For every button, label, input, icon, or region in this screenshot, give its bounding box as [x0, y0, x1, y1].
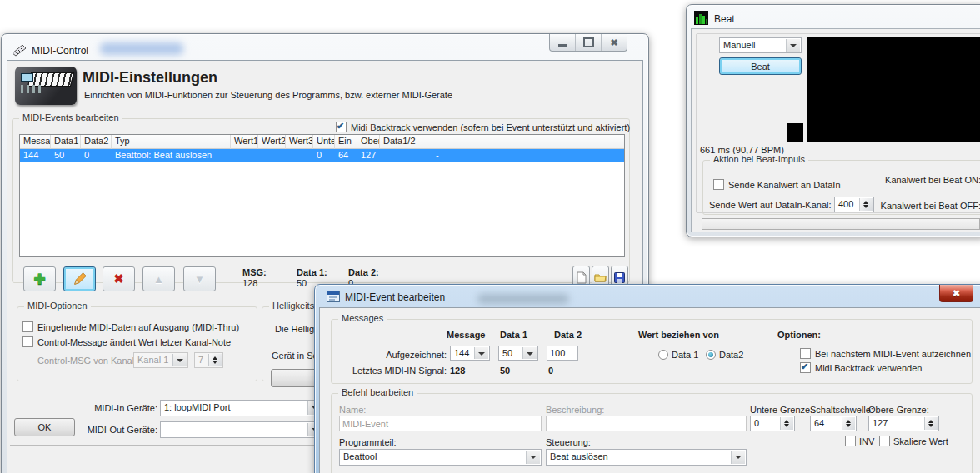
column-header[interactable]: Oben: [358, 135, 380, 149]
lower-limit-label: Untere Grenze:: [750, 405, 812, 415]
ok-button[interactable]: OK: [14, 418, 75, 436]
move-up-button[interactable]: ▲: [142, 266, 175, 291]
recorded-data2-input[interactable]: [547, 346, 578, 361]
dropdown-arrow-icon[interactable]: [731, 451, 745, 464]
radio-data2-label: Data2: [719, 350, 743, 360]
redacted-smudge: [478, 294, 569, 304]
dialog-close-button[interactable]: ✖: [939, 285, 973, 302]
dropdown-arrow-icon[interactable]: [474, 347, 488, 359]
lower-limit-value: 0: [754, 418, 759, 428]
beat-button-label: Beat: [751, 62, 770, 72]
column-header[interactable]: [432, 135, 624, 149]
recorded-message-select[interactable]: 144: [450, 346, 490, 361]
dialog-icon: [327, 291, 340, 302]
data2-label: Data 2:: [348, 267, 379, 277]
threshold-stepper[interactable]: 64: [810, 416, 857, 431]
radio-data2[interactable]: [706, 350, 716, 360]
header-optionen: Optionen:: [778, 330, 821, 340]
minimize-icon: [558, 44, 567, 47]
cell-unten: 0: [313, 149, 335, 162]
add-event-button[interactable]: ✚: [23, 266, 56, 291]
beat-progress-bar: [702, 218, 980, 230]
spin-buttons-icon[interactable]: [208, 354, 222, 366]
beat-client: Manuell Beat 661 ms (90,77 BPM) Aktion b…: [691, 28, 980, 232]
midi-in-select[interactable]: 1: loopMIDI Port: [160, 400, 323, 416]
arrow-down-icon: ▼: [194, 273, 205, 286]
inv-checkbox[interactable]: [845, 436, 856, 446]
brightness-text-line2: Gerät in Sel: [272, 351, 320, 361]
control-select[interactable]: Beat auslösen: [546, 449, 747, 466]
radio-data1[interactable]: [658, 350, 668, 360]
record-next-event-checkbox[interactable]: [800, 348, 811, 359]
command-group: Befehl bearbeiten Name: Beschreibung: Un…: [331, 393, 972, 473]
cell-wert3: [286, 149, 313, 162]
table-row[interactable]: 144 50 0 Beattool: Beat auslösen 0 64 12…: [20, 149, 624, 162]
program-part-select[interactable]: Beattool: [339, 449, 542, 466]
upper-limit-stepper[interactable]: 127: [868, 416, 939, 431]
dropdown-arrow-icon[interactable]: [522, 347, 537, 359]
data1-label: Data 1:: [297, 267, 328, 277]
column-header[interactable]: Wert2: [258, 135, 286, 149]
move-down-button[interactable]: ▼: [183, 266, 216, 291]
control-label: Steuerung:: [546, 437, 591, 447]
midi-out-select[interactable]: [160, 421, 323, 438]
maximize-button[interactable]: [576, 34, 602, 51]
edit-event-button[interactable]: [63, 266, 96, 291]
column-header[interactable]: Typ: [112, 135, 231, 149]
name-input[interactable]: [339, 416, 542, 431]
beat-button[interactable]: Beat: [719, 57, 802, 75]
kanal-select[interactable]: Kanal 1: [133, 352, 188, 368]
control-message-checkbox-label: Control-Message ändert Wert letzer Kanal…: [38, 337, 231, 347]
scale-value-checkbox[interactable]: [879, 436, 890, 446]
dropdown-arrow-icon[interactable]: [172, 354, 187, 366]
send-kanalwert-checkbox[interactable]: [713, 179, 724, 190]
recorded-label: Aufgezeichnet:: [352, 350, 447, 360]
header-data1: Data 1: [500, 330, 528, 340]
midi-control-app-icon: [12, 43, 27, 57]
cell-data1: 50: [51, 149, 81, 162]
caption-buttons: ✖: [549, 34, 628, 52]
recorded-data1-select[interactable]: 50: [498, 346, 538, 361]
kanal-number-stepper[interactable]: 7: [194, 352, 223, 368]
spin-buttons-icon[interactable]: [780, 417, 793, 430]
column-header[interactable]: Unten: [313, 135, 335, 149]
cell-typ: Beattool: Beat auslösen: [112, 149, 231, 162]
close-icon: ✖: [952, 288, 960, 299]
close-icon: ✖: [610, 37, 618, 48]
dropdown-arrow-icon[interactable]: [526, 451, 540, 464]
midi-options-group: MIDI-Optionen Eingehende MIDI-Daten auf …: [17, 306, 258, 381]
beat-indicator-square: [788, 123, 803, 142]
backtrack-checkbox[interactable]: [336, 122, 347, 132]
delete-event-button[interactable]: ✖: [102, 266, 135, 291]
column-header[interactable]: Data2: [81, 135, 112, 149]
beat-window: Beat Manuell Beat 661 ms (90,77 BPM) Akt…: [686, 4, 980, 237]
close-button[interactable]: ✖: [602, 34, 627, 51]
msg-label: MSG:: [242, 267, 267, 277]
upper-limit-value: 127: [872, 418, 888, 428]
dropdown-arrow-icon[interactable]: [786, 39, 800, 52]
column-header[interactable]: Ein: [335, 135, 358, 149]
description-input[interactable]: [546, 416, 747, 431]
midi-backtrack-checkbox[interactable]: [800, 362, 811, 373]
midi-thru-checkbox[interactable]: [22, 321, 33, 332]
open-folder-icon: [594, 272, 607, 282]
control-message-checkbox[interactable]: [22, 336, 33, 347]
lower-limit-stepper[interactable]: 0: [750, 416, 795, 431]
column-header[interactable]: Data1/2: [380, 135, 432, 149]
command-group-label: Befehl bearbeiten: [338, 387, 417, 397]
midi-events-table[interactable]: Message Data1 Data2 Typ Wert1 Wert2 Wert…: [19, 134, 625, 257]
minimize-button[interactable]: [550, 34, 576, 51]
midi-keyboard-image: [15, 67, 77, 105]
column-header[interactable]: Wert3: [286, 135, 313, 149]
beat-mode-select[interactable]: Manuell: [719, 37, 802, 53]
kanal-select-value: Kanal 1: [138, 355, 168, 365]
beat-visualizer-display: [808, 37, 980, 142]
column-header[interactable]: Data1: [51, 135, 81, 149]
last-data1-value: 50: [500, 366, 510, 376]
spin-buttons-icon[interactable]: [842, 417, 855, 430]
beat-action-group: Aktion bei Beat-Impuls Sende Kanalwert a…: [702, 160, 980, 215]
column-header[interactable]: Wert1: [231, 135, 258, 149]
column-header[interactable]: Message: [20, 135, 51, 149]
cell-data2: 0: [81, 149, 112, 162]
spin-buttons-icon[interactable]: [924, 417, 938, 430]
